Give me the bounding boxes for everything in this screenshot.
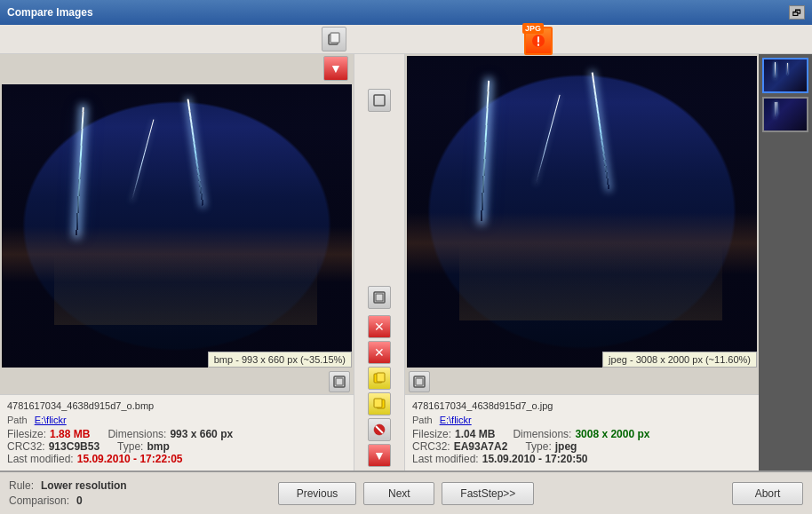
restore-button[interactable]: 🗗 bbox=[789, 5, 805, 20]
rule-value: Lower resolution bbox=[41, 479, 127, 492]
right-dimensions-item: Dimensions: 3008 x 2000 px bbox=[513, 428, 649, 440]
left-path-value[interactable]: E:\flickr bbox=[35, 415, 67, 425]
right-path-label: Path bbox=[412, 415, 433, 425]
left-filesize-label: Filesize: bbox=[7, 428, 46, 440]
left-crc-value: 913C9B53 bbox=[49, 440, 100, 453]
left-path-label: Path bbox=[7, 415, 28, 425]
next-button[interactable]: Next bbox=[363, 482, 434, 505]
right-bottom-controls bbox=[405, 369, 759, 394]
thumbnail-sidebar bbox=[759, 54, 812, 471]
middle-controls: ✕ ✕ ▼ bbox=[354, 54, 405, 471]
comparison-row: Comparison: 0 bbox=[9, 494, 187, 507]
delete-left-button[interactable]: ✕ bbox=[368, 315, 391, 338]
left-crc-item: CRC32: 913C9B53 bbox=[7, 440, 100, 453]
left-info-section: 4781617034_4638d915d7_o.bmp Path E:\flic… bbox=[0, 394, 354, 471]
right-filename: 4781617034_4638d915d7_o.jpg bbox=[412, 400, 752, 411]
right-dimensions-label: Dimensions: bbox=[513, 428, 571, 440]
lightning-bolt-2 bbox=[187, 99, 203, 205]
left-image-label: bmp - 993 x 660 px (~35.15%) bbox=[208, 352, 352, 368]
left-info-row2: CRC32: 913C9B53 Type: bmp bbox=[7, 440, 346, 453]
left-modified-label: Last modified: bbox=[7, 453, 74, 465]
rule-row: Rule: Lower resolution bbox=[9, 479, 187, 492]
left-fit-button[interactable] bbox=[329, 371, 350, 392]
right-type-item: Type: jpeg bbox=[525, 440, 577, 453]
right-storm-image bbox=[407, 56, 757, 368]
right-type-value: jpeg bbox=[555, 440, 577, 453]
copy-to-right-button[interactable] bbox=[368, 367, 391, 390]
skip-button[interactable] bbox=[368, 418, 391, 441]
window-title: Compare Images bbox=[7, 6, 93, 19]
nav-buttons: Previous Next FastStep>> bbox=[278, 482, 535, 505]
svg-rect-5 bbox=[374, 95, 385, 106]
jpg-badge: JPG bbox=[522, 23, 544, 34]
images-row: ▼ bmp - 993 x 660 px (~35.15%) bbox=[0, 54, 812, 471]
left-image-view: bmp - 993 x 660 px (~35.15%) bbox=[2, 84, 352, 368]
right-crc-item: CRC32: EA93A7A2 bbox=[412, 440, 507, 453]
main-layout: JPG ▼ bbox=[0, 25, 812, 514]
right-lightning-1 bbox=[481, 81, 490, 222]
right-fit-button[interactable] bbox=[409, 371, 430, 392]
lightning-bolt-1 bbox=[76, 107, 84, 234]
faststep-button[interactable]: FastStep>> bbox=[442, 482, 534, 505]
right-modified-label: Last modified: bbox=[412, 453, 479, 465]
thumb-lightning bbox=[775, 62, 776, 76]
right-info-row3: Last modified: 15.09.2010 - 17:20:50 bbox=[412, 453, 752, 465]
right-lightning-2 bbox=[591, 72, 609, 189]
middle-down-button[interactable]: ▼ bbox=[368, 444, 391, 467]
svg-rect-7 bbox=[376, 294, 383, 301]
right-type-label: Type: bbox=[525, 440, 551, 453]
left-dimensions-item: Dimensions: 993 x 660 px bbox=[107, 428, 233, 440]
left-storm-image bbox=[2, 84, 352, 368]
right-info-section: 4781617034_4638d915d7_o.jpg Path E:\flic… bbox=[405, 394, 759, 471]
left-down-arrow-button[interactable]: ▼ bbox=[323, 56, 348, 81]
previous-button[interactable]: Previous bbox=[278, 482, 357, 505]
left-bottom-controls bbox=[0, 369, 354, 394]
right-filesize-label: Filesize: bbox=[412, 428, 451, 440]
rule-label: Rule: bbox=[9, 479, 34, 492]
thumb-storm-2 bbox=[764, 99, 807, 130]
abort-button[interactable]: Abort bbox=[732, 482, 803, 505]
right-path-row: Path E:\flickr bbox=[412, 415, 752, 425]
left-crc-label: CRC32: bbox=[7, 440, 45, 453]
delete-right-button[interactable]: ✕ bbox=[368, 341, 391, 364]
svg-rect-9 bbox=[377, 373, 385, 382]
sync-button[interactable] bbox=[368, 89, 391, 112]
jpg-icon-wrapper: JPG bbox=[524, 27, 549, 51]
left-modified-item: Last modified: 15.09.2010 - 17:22:05 bbox=[7, 453, 182, 465]
thumb-lightning-3 bbox=[776, 102, 777, 115]
center-toolbar: JPG bbox=[511, 27, 562, 51]
window-controls: 🗗 bbox=[789, 5, 805, 20]
copy-to-left-button[interactable] bbox=[368, 392, 391, 415]
right-crc-value: EA93A7A2 bbox=[454, 440, 508, 453]
comparison-value: 0 bbox=[76, 494, 83, 507]
fit-button[interactable] bbox=[368, 286, 391, 309]
right-path-value[interactable]: E:\flickr bbox=[440, 415, 472, 425]
bottom-left-info: Rule: Lower resolution Comparison: 0 bbox=[9, 479, 187, 507]
road bbox=[54, 254, 317, 325]
comparison-label: Comparison: bbox=[9, 494, 69, 507]
left-info-row3: Last modified: 15.09.2010 - 17:22:05 bbox=[7, 453, 346, 465]
abort-area: Abort bbox=[625, 482, 803, 505]
right-filesize-value: 1.04 MB bbox=[455, 428, 495, 440]
thumbnail-1[interactable] bbox=[762, 58, 808, 93]
svg-rect-1 bbox=[330, 33, 339, 43]
left-image-col: ▼ bmp - 993 x 660 px (~35.15%) bbox=[0, 54, 354, 471]
right-info-row1: Filesize: 1.04 MB Dimensions: 3008 x 200… bbox=[412, 428, 752, 440]
thumb-storm-1 bbox=[764, 59, 807, 91]
right-image-col: jpeg - 3008 x 2000 px (~11.60%) 47816170… bbox=[405, 54, 759, 471]
svg-rect-11 bbox=[374, 399, 382, 407]
left-modified-value: 15.09.2010 - 17:22:05 bbox=[77, 453, 183, 465]
left-filesize-value: 1.88 MB bbox=[50, 428, 90, 440]
right-dimensions-value: 3008 x 2000 px bbox=[575, 428, 649, 440]
thumbnail-2[interactable] bbox=[762, 97, 808, 132]
left-toolbar bbox=[4, 27, 507, 51]
copy-left-button[interactable] bbox=[322, 27, 346, 51]
left-type-item: Type: bmp bbox=[117, 440, 170, 453]
right-filesize-item: Filesize: 1.04 MB bbox=[412, 428, 495, 440]
right-image-view: jpeg - 3008 x 2000 px (~11.60%) bbox=[407, 56, 757, 368]
svg-rect-4 bbox=[336, 378, 343, 385]
right-info-row2: CRC32: EA93A7A2 Type: jpeg bbox=[412, 440, 752, 453]
right-lightning-3 bbox=[535, 95, 560, 186]
right-crc-label: CRC32: bbox=[412, 440, 450, 453]
right-modified-value: 15.09.2010 - 17:20:50 bbox=[482, 453, 588, 465]
